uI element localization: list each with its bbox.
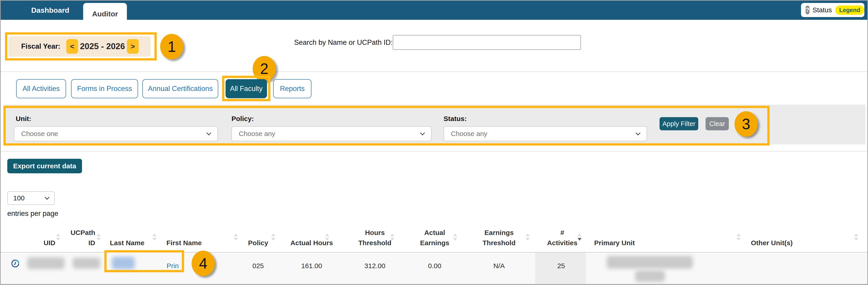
col-header-num-activities[interactable]: # Activities	[545, 222, 579, 248]
nav-tab-auditor[interactable]: Auditor	[83, 3, 127, 25]
status-legend-group: ? Status Legend	[801, 3, 864, 17]
sort-icon[interactable]	[325, 234, 329, 241]
tab-all-faculty[interactable]: All Faculty	[225, 79, 267, 98]
sort-icon[interactable]	[234, 234, 238, 241]
clear-filter-button[interactable]: Clear	[706, 117, 729, 130]
policy-filter-label: Policy:	[231, 115, 254, 122]
first-name-value[interactable]: Prin	[160, 259, 185, 273]
fiscal-year-value: 2025 - 2026	[78, 42, 127, 51]
callout-3: 3	[735, 111, 758, 137]
search-label: Search by Name or UCPath ID:	[294, 38, 393, 47]
export-current-data-button[interactable]: Export current data	[7, 159, 82, 173]
actual-hours-value: 161.00	[290, 259, 333, 273]
sort-icon[interactable]	[854, 234, 858, 241]
chevron-down-icon	[45, 195, 50, 200]
chevron-down-icon	[420, 130, 425, 135]
col-header-primary-unit[interactable]: Primary Unit	[594, 222, 685, 248]
policy-filter-value: Choose any	[239, 130, 275, 138]
last-name-link-redacted[interactable]	[112, 257, 135, 269]
divider-under-header	[1, 71, 867, 72]
nav-tab-dashboard[interactable]: Dashboard	[31, 1, 69, 20]
col-header-other-units[interactable]: Other Unit(s)	[751, 222, 842, 248]
sort-icon[interactable]	[390, 234, 394, 241]
sort-icon[interactable]	[453, 234, 457, 241]
sort-icon-active-descending[interactable]	[578, 234, 582, 241]
tab-all-activities[interactable]: All Activities	[16, 79, 66, 98]
ucpath-id-value-redacted	[73, 258, 100, 269]
col-header-last-name[interactable]: Last Name	[104, 222, 150, 248]
primary-unit-value-redacted-line1	[607, 256, 693, 269]
legend-button[interactable]: Legend	[835, 5, 864, 15]
search-input[interactable]	[393, 35, 581, 50]
fiscal-year-selector: Fiscal Year: < 2025 - 2026 >	[8, 36, 151, 57]
primary-unit-value-redacted-line2	[635, 271, 665, 282]
callout-2: 2	[253, 56, 276, 81]
actual-earnings-value: 0.00	[411, 259, 459, 273]
history-clock-icon[interactable]	[11, 259, 20, 268]
col-header-earnings-threshold[interactable]: Earnings Threshold	[474, 222, 524, 248]
page-size-select[interactable]: 100	[7, 191, 55, 205]
chevron-down-icon	[207, 130, 211, 135]
status-filter-select[interactable]: Choose any	[443, 126, 647, 141]
sort-icon[interactable]	[97, 234, 101, 241]
tab-reports[interactable]: Reports	[273, 79, 311, 98]
status-label: Status	[813, 6, 832, 14]
policy-value: 025	[237, 259, 280, 273]
col-header-first-name[interactable]: First Name	[160, 222, 208, 248]
help-question-icon[interactable]: ?	[806, 6, 809, 14]
sort-icon[interactable]	[271, 234, 275, 241]
divider-under-filters	[1, 151, 867, 151]
chevron-down-icon	[636, 130, 641, 135]
callout-1: 1	[160, 34, 183, 59]
col-header-ucpath-id[interactable]: UCPath ID	[62, 222, 95, 248]
status-filter-value: Choose any	[451, 130, 487, 138]
fiscal-year-label: Fiscal Year:	[21, 42, 60, 50]
page-size-value: 100	[13, 194, 25, 202]
status-filter-label: Status:	[443, 115, 467, 122]
callout-4: 4	[192, 251, 215, 276]
fiscal-year-next-button[interactable]: >	[127, 39, 139, 54]
row-bottom-border	[1, 284, 867, 284]
col-header-uid[interactable]: UID	[24, 222, 55, 248]
sort-icon[interactable]	[737, 234, 741, 241]
unit-filter-select[interactable]: Choose one	[14, 126, 218, 141]
unit-filter-value: Choose one	[21, 130, 58, 138]
tab-annual-certifications[interactable]: Annual Certifications	[143, 79, 218, 98]
policy-filter-select[interactable]: Choose any	[231, 126, 432, 141]
sort-icon[interactable]	[526, 234, 530, 241]
entries-per-page-label: entries per page	[7, 210, 58, 218]
top-navigation-bar	[1, 1, 867, 20]
sort-icon[interactable]	[152, 234, 156, 241]
apply-filter-button[interactable]: Apply Filter	[659, 117, 698, 130]
sort-icon[interactable]	[56, 234, 60, 241]
num-activities-value: 25	[538, 259, 584, 273]
tab-forms-in-process[interactable]: Forms in Process	[71, 79, 138, 98]
hours-threshold-value: 312.00	[351, 259, 398, 273]
earnings-threshold-value: N/A	[474, 259, 524, 273]
col-header-actual-earnings[interactable]: Actual Earnings	[411, 222, 459, 248]
auditor-page: Dashboard Auditor ? Status Legend Fiscal…	[0, 0, 868, 285]
fiscal-year-prev-button[interactable]: <	[66, 39, 78, 54]
unit-filter-label: Unit:	[16, 115, 31, 122]
uid-value-redacted	[27, 257, 64, 269]
